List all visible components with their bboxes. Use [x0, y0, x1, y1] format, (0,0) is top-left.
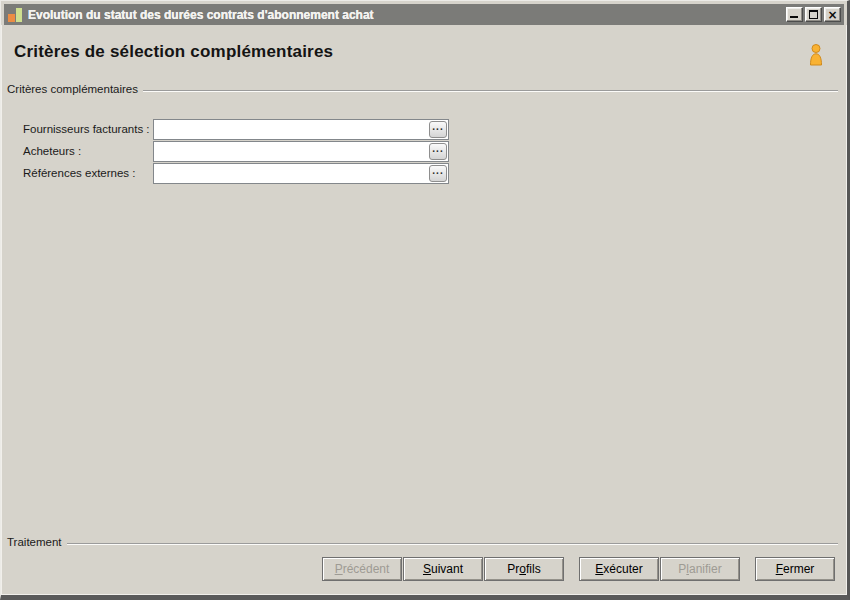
fournisseurs-browse-button[interactable]: ...	[429, 121, 447, 138]
button-accel: o	[519, 562, 526, 576]
references-field: ...	[153, 163, 449, 184]
traitement-group: Traitement	[7, 536, 838, 548]
button-accel: F	[776, 562, 783, 576]
fournisseurs-field: ...	[153, 119, 449, 140]
references-input[interactable]	[153, 163, 449, 184]
criteria-groove-line	[143, 90, 838, 92]
button-label: récédent	[343, 562, 390, 576]
titlebar[interactable]: Evolution du statut des durées contrats …	[4, 4, 844, 25]
acheteurs-input[interactable]	[153, 141, 449, 162]
acheteurs-field: ...	[153, 141, 449, 162]
button-label: Pr	[507, 562, 519, 576]
button-label: ermer	[783, 562, 814, 576]
fermer-button[interactable]: Fermer	[755, 557, 835, 581]
button-label: fils	[526, 562, 541, 576]
fournisseurs-input[interactable]	[153, 119, 449, 140]
acheteurs-label: Acheteurs :	[23, 145, 81, 157]
close-button[interactable]: ×	[824, 7, 841, 22]
ellipsis-icon: ...	[432, 122, 443, 132]
logo-green-bar	[16, 8, 22, 22]
button-accel: P	[335, 562, 343, 576]
window-controls: ×	[786, 7, 841, 22]
page-title: Critères de sélection complémentaires	[14, 42, 333, 62]
button-label: anifier	[689, 562, 722, 576]
ellipsis-icon: ...	[432, 166, 443, 176]
app-logo-icon	[7, 7, 23, 23]
window-title: Evolution du statut des durées contrats …	[28, 8, 786, 22]
close-icon: ×	[827, 10, 837, 20]
minimize-button[interactable]	[786, 7, 803, 22]
references-browse-button[interactable]: ...	[429, 165, 447, 182]
traitement-groove-line	[67, 543, 838, 545]
fournisseurs-label: Fournisseurs facturants :	[23, 123, 150, 135]
traitement-legend-label: Traitement	[7, 536, 67, 548]
client-area: Critères de sélection complémentaires Cr…	[1, 25, 847, 595]
dialog-window: Evolution du statut des durées contrats …	[0, 0, 850, 600]
maximize-button[interactable]	[805, 7, 822, 22]
profils-button[interactable]: Profils	[484, 557, 564, 581]
button-label: xécuter	[603, 562, 642, 576]
logo-orange-square	[8, 14, 15, 22]
ellipsis-icon: ...	[432, 144, 443, 154]
precedent-button[interactable]: Précédent	[322, 557, 402, 581]
button-label: uivant	[431, 562, 463, 576]
references-label: Références externes :	[23, 167, 136, 179]
person-icon	[806, 43, 826, 67]
executer-button[interactable]: Exécuter	[579, 557, 659, 581]
suivant-button[interactable]: Suivant	[403, 557, 483, 581]
acheteurs-browse-button[interactable]: ...	[429, 143, 447, 160]
maximize-icon	[809, 10, 818, 19]
criteria-group: Critères complémentaires	[7, 83, 838, 95]
minimize-icon	[790, 16, 798, 18]
criteria-legend-label: Critères complémentaires	[7, 83, 143, 95]
button-accel: S	[423, 562, 431, 576]
planifier-button[interactable]: Planifier	[660, 557, 740, 581]
